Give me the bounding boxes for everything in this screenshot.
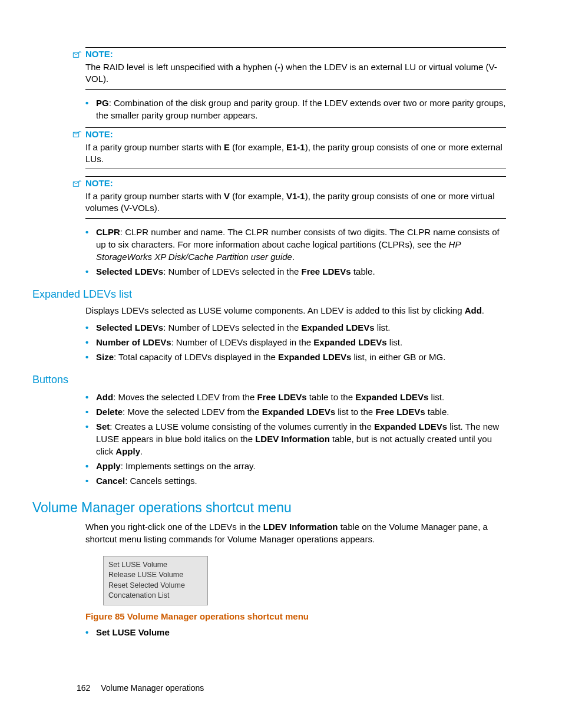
paragraph: Displays LDEVs selected as LUSE volume c… bbox=[85, 304, 506, 317]
note-block: NOTE: If a parity group number starts wi… bbox=[85, 127, 506, 170]
list-item: Set LUSE Volume bbox=[85, 626, 506, 638]
menu-item[interactable]: Release LUSE Volume bbox=[108, 570, 203, 581]
list-item: Set: Creates a LUSE volume consisting of… bbox=[85, 420, 506, 457]
note-body: If a parity group number starts with V (… bbox=[85, 190, 506, 215]
note-block: NOTE: If a parity group number starts wi… bbox=[85, 176, 506, 219]
figure-caption: Figure 85 Volume Manager operations shor… bbox=[85, 611, 506, 621]
note-icon bbox=[72, 50, 82, 58]
heading-buttons: Buttons bbox=[32, 374, 506, 386]
bullet-list: Selected LDEVs: Number of LDEVs selected… bbox=[85, 321, 506, 363]
list-item: Add: Moves the selected LDEV from the Fr… bbox=[85, 391, 506, 403]
menu-item[interactable]: Concatenation List bbox=[108, 591, 203, 601]
note-body: If a parity group number starts with E (… bbox=[85, 141, 506, 166]
list-item: CLPR: CLPR number and name. The CLPR num… bbox=[85, 226, 506, 263]
list-item: Apply: Implements settings on the array. bbox=[85, 460, 506, 472]
menu-item[interactable]: Reset Selected Volume bbox=[108, 581, 203, 591]
footer-title: Volume Manager operations bbox=[101, 683, 204, 693]
bullet-list: PG: Combination of the disk group and pa… bbox=[85, 97, 506, 121]
note-block: NOTE: The RAID level is left unspecified… bbox=[85, 47, 506, 90]
heading-expanded-ldev: Expanded LDEVs list bbox=[32, 288, 506, 301]
menu-item[interactable]: Set LUSE Volume bbox=[108, 560, 203, 571]
note-icon bbox=[72, 130, 82, 138]
list-item: Selected LDEVs: Number of LDEVs selected… bbox=[85, 265, 506, 278]
page-number: 162 bbox=[77, 683, 90, 693]
note-label: NOTE: bbox=[85, 178, 113, 188]
note-icon bbox=[72, 179, 82, 187]
list-item: Size: Total capacity of LDEVs displayed … bbox=[85, 351, 506, 363]
note-label: NOTE: bbox=[85, 49, 113, 59]
paragraph: When you right-click one of the LDEVs in… bbox=[85, 521, 506, 545]
heading-vm-shortcut: Volume Manager operations shortcut menu bbox=[32, 500, 506, 516]
list-item: Selected LDEVs: Number of LDEVs selected… bbox=[85, 321, 506, 334]
list-item: Cancel: Cancels settings. bbox=[85, 475, 506, 487]
list-item: Delete: Move the selected LDEV from the … bbox=[85, 406, 506, 418]
shortcut-menu: Set LUSE VolumeRelease LUSE VolumeReset … bbox=[103, 556, 208, 605]
note-label: NOTE: bbox=[85, 129, 113, 139]
list-item: PG: Combination of the disk group and pa… bbox=[85, 97, 506, 121]
page-footer: 162 Volume Manager operations bbox=[77, 683, 204, 693]
list-item: Number of LDEVs: Number of LDEVs display… bbox=[85, 336, 506, 348]
bullet-list: Add: Moves the selected LDEV from the Fr… bbox=[85, 391, 506, 487]
bullet-list: CLPR: CLPR number and name. The CLPR num… bbox=[85, 226, 506, 278]
bullet-list: Set LUSE Volume bbox=[85, 626, 506, 638]
note-body: The RAID level is left unspecified with … bbox=[85, 61, 506, 85]
